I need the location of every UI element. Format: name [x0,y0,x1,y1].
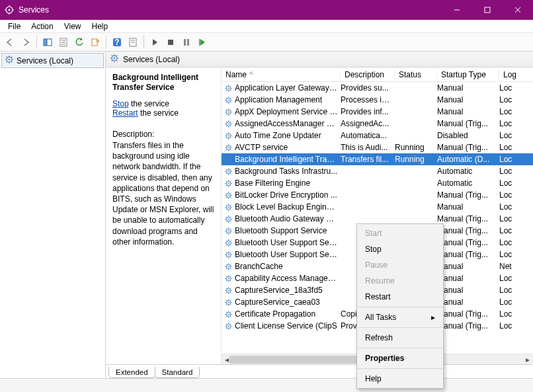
cell-startup-type: Manual [436,274,498,283]
restart-service-button[interactable] [195,35,210,50]
column-description[interactable]: Description [341,70,395,79]
minimize-button[interactable] [442,0,472,20]
svg-line-52 [226,85,226,86]
svg-rect-25 [199,39,200,46]
tab-extended[interactable]: Extended [108,367,155,378]
svg-line-65 [230,97,231,98]
svg-line-204 [226,268,226,269]
column-log-on-as[interactable]: Log [499,70,519,79]
help-button[interactable]: ? [110,35,124,50]
table-row[interactable]: BitLocker Drive Encryption ...Manual (Tr… [222,189,533,201]
ctx-restart[interactable]: Restart [357,289,443,305]
show-hide-tree-button[interactable] [40,35,55,50]
service-info-panel: Background Intelligent Transfer Service … [106,67,221,364]
start-service-button[interactable] [147,35,162,50]
table-row[interactable]: Application Layer Gateway ...Provides su… [222,82,533,94]
cell-name: Application Management [233,95,339,104]
tab-standard[interactable]: Standard [155,367,200,378]
svg-line-104 [226,149,226,150]
gear-icon [110,54,119,65]
svg-line-94 [226,137,226,138]
cell-log-on-as: Loc [498,83,518,93]
titlebar: Services [0,0,533,20]
column-startup-type[interactable]: Startup Type [437,70,499,79]
svg-point-247 [227,325,229,327]
menu-view[interactable]: View [59,20,87,32]
cell-log-on-as: Loc [498,286,518,295]
svg-line-135 [230,180,231,181]
scroll-right-icon[interactable]: ▸ [522,354,533,364]
service-properties-button[interactable] [126,35,140,50]
svg-line-33 [11,61,12,62]
svg-line-213 [230,280,231,281]
ctx-refresh[interactable]: Refresh [357,330,443,346]
table-row[interactable]: AppX Deployment Service (...Provides inf… [222,106,533,118]
pause-service-button[interactable] [179,35,194,50]
svg-line-112 [226,157,226,157]
back-button[interactable] [3,35,17,50]
svg-line-32 [7,57,7,58]
svg-point-137 [227,194,229,196]
view-tabs: Extended Standard [106,364,533,378]
refresh-button[interactable] [72,35,87,50]
cell-log-on-as: Loc [498,95,518,104]
cell-name: BranchCache [233,262,339,271]
cell-log-on-as: Loc [498,155,518,164]
svg-line-214 [226,280,226,281]
cell-name: Bluetooth User Support Ser... [233,238,339,247]
scroll-thumb[interactable] [229,356,375,364]
svg-line-54 [226,90,226,91]
table-row[interactable]: Auto Time Zone UpdaterAutomatica...Disab… [222,130,533,141]
cell-name: Client License Service (ClipS [233,321,339,331]
cell-description: Provides su... [339,83,393,93]
svg-line-153 [230,209,231,210]
properties-button[interactable] [56,35,71,50]
table-row[interactable]: Block Level Backup Engine ...ManualLoc [222,201,533,213]
svg-line-175 [230,228,231,229]
service-gear-icon [223,203,233,212]
svg-line-123 [230,173,231,174]
table-row[interactable]: Base Filtering EngineAutomaticLoc [222,177,533,189]
ctx-all-tasks[interactable]: All Tasks▸ [357,309,443,325]
column-status[interactable]: Status [395,70,437,79]
menu-help[interactable]: Help [87,20,114,32]
stop-service-link[interactable]: Stop [112,99,129,108]
cell-name: AVCTP service [233,143,339,152]
cell-startup-type: Manual (Trig... [436,321,498,331]
ctx-pause: Pause [357,257,443,273]
svg-rect-22 [168,40,173,45]
column-name[interactable]: Name^ [222,70,341,79]
forward-button[interactable] [19,35,33,50]
export-button[interactable] [88,35,102,50]
table-row[interactable]: Background Tasks Infrastru...AutomaticLo… [222,165,533,177]
svg-line-132 [226,180,226,181]
cell-startup-type: Disabled [436,131,498,140]
menu-file[interactable]: File [3,20,26,32]
ctx-properties[interactable]: Properties [357,350,443,366]
table-row[interactable]: AVCTP serviceThis is Audi...RunningManua… [222,141,533,153]
restart-service-link[interactable]: Restart [112,108,138,118]
close-button[interactable] [503,0,533,20]
table-row[interactable]: Application ManagementProcesses in...Man… [222,94,533,106]
svg-line-233 [230,304,231,305]
svg-line-115 [230,157,231,157]
description-label: Description: [112,130,214,139]
ctx-stop[interactable]: Stop [357,241,443,257]
maximize-button[interactable] [472,0,503,20]
svg-point-107 [227,159,229,160]
table-row[interactable]: Background Intelligent Tran...Transfers … [222,153,533,165]
tree-node-services-local[interactable]: Services (Local) [1,53,104,68]
service-gear-icon [223,215,233,223]
service-gear-icon [223,191,233,200]
svg-line-162 [226,216,226,217]
stop-service-button[interactable] [163,35,178,50]
table-row[interactable]: AssignedAccessManager Se...AssignedAc...… [222,118,533,130]
ctx-start: Start [357,225,443,241]
cell-startup-type: Manual (Trig... [436,238,498,247]
svg-point-87 [227,135,229,136]
menu-action[interactable]: Action [26,20,58,32]
ctx-help[interactable]: Help [357,371,443,387]
svg-point-127 [227,182,229,184]
svg-line-144 [226,197,226,198]
svg-line-142 [226,192,226,193]
